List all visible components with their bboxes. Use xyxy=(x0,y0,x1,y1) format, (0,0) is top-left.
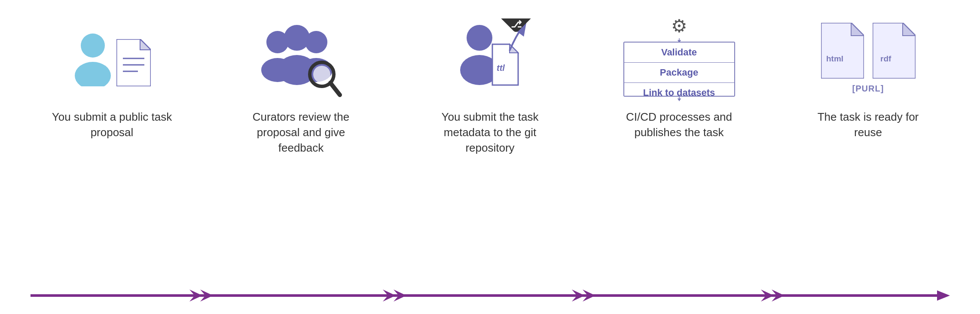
svg-marker-26 xyxy=(677,98,681,101)
steps-container: You submit a public task proposal xyxy=(18,7,963,286)
svg-point-1 xyxy=(75,62,111,86)
step3-label: You submit the task metadata to the git … xyxy=(426,109,555,156)
purl-label: [PURL] xyxy=(852,84,884,94)
svg-text:⎇: ⎇ xyxy=(511,19,522,30)
step-2: Curators review the proposal and give fe… xyxy=(232,15,370,156)
svg-text:html: html xyxy=(826,54,843,63)
step5-label: The task is ready for reuse xyxy=(804,109,933,140)
step2-label: Curators review the proposal and give fe… xyxy=(237,109,366,156)
docs-files: html rdf [PURL] xyxy=(821,23,916,94)
svg-marker-3 xyxy=(140,39,151,50)
step4-label: CI/CD processes and publishes the task xyxy=(615,109,744,140)
curators-icon xyxy=(254,18,348,98)
svg-point-14 xyxy=(313,66,330,83)
person-light-icon xyxy=(73,30,112,86)
cicd-validate: Validate xyxy=(624,43,734,63)
step-1: You submit a public task proposal xyxy=(43,15,181,140)
step1-icon xyxy=(73,15,151,101)
process-arrow-row xyxy=(18,286,963,308)
svg-point-11 xyxy=(284,25,310,51)
step1-label: You submit a public task proposal xyxy=(48,109,177,140)
workflow-diagram: You submit a public task proposal xyxy=(18,7,963,308)
step4-icon: ⚙ Validate Package Link to datasets Gene… xyxy=(623,15,735,101)
svg-marker-31 xyxy=(903,23,916,36)
gear-icon: ⚙ xyxy=(671,15,687,37)
step-4: ⚙ Validate Package Link to datasets Gene… xyxy=(611,15,748,140)
git-submit-icon: ttl ⎇ xyxy=(447,18,533,98)
rdf-doc-icon: rdf xyxy=(873,23,916,79)
step3-icon: ttl ⎇ xyxy=(447,15,533,101)
cicd-package: Package xyxy=(624,63,734,83)
svg-line-15 xyxy=(330,83,340,95)
workflow-arrow xyxy=(18,286,963,310)
svg-point-16 xyxy=(467,25,492,51)
step2-icon xyxy=(254,15,348,101)
step-3: ttl ⎇ xyxy=(421,15,559,156)
svg-marker-28 xyxy=(851,23,864,36)
html-doc-icon: html xyxy=(821,23,864,79)
document-icon xyxy=(116,39,151,86)
svg-point-0 xyxy=(81,34,105,58)
step5-icon: html rdf [PURL] xyxy=(821,15,916,101)
svg-text:ttl: ttl xyxy=(497,63,505,73)
cicd-process-box: Validate Package Link to datasets Genera… xyxy=(623,42,735,97)
cicd-link: Link to datasets xyxy=(624,83,734,97)
svg-text:rdf: rdf xyxy=(880,54,891,63)
step-5: html rdf [PURL] The task is ready for re… xyxy=(800,15,937,140)
svg-marker-34 xyxy=(937,290,950,301)
